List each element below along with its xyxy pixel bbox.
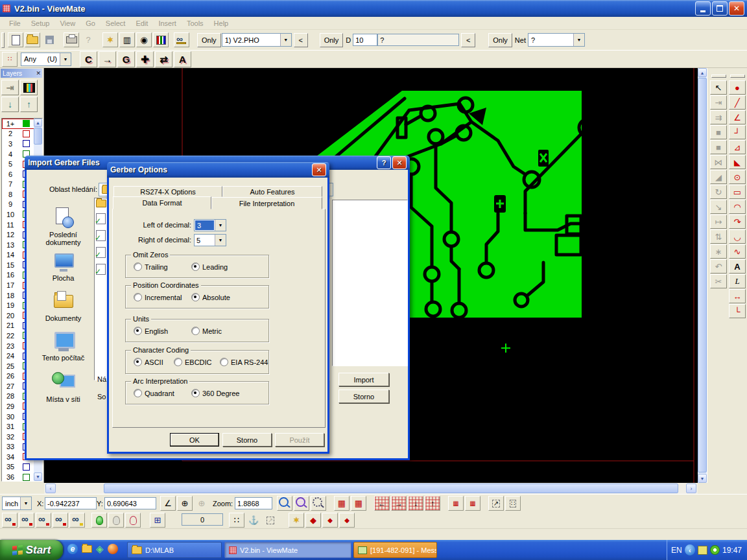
layer-up-icon[interactable]: ↑ (20, 97, 38, 112)
menu-view[interactable]: View (54, 18, 80, 29)
new-file-icon[interactable] (8, 32, 23, 47)
block-fill2-tool[interactable]: ■ (710, 140, 727, 154)
radio-quadrant[interactable] (134, 389, 142, 397)
select-flash-button[interactable]: ✚ (136, 51, 154, 67)
left-of-decimal-combo[interactable]: 3▼ (194, 219, 226, 231)
radio-leading[interactable] (191, 262, 200, 271)
notes-tray-icon[interactable] (698, 546, 707, 555)
chevron-down-icon[interactable]: ▼ (20, 497, 31, 509)
only-dcode-button[interactable]: Only (320, 33, 344, 47)
icq-tray-icon[interactable] (710, 545, 720, 555)
chord-tool[interactable]: ◠ (729, 200, 746, 214)
zoom-window-icon[interactable] (311, 496, 326, 511)
close-icon[interactable]: ✕ (36, 70, 41, 76)
dcode-value-field[interactable]: 10 (353, 34, 377, 46)
minimize-button[interactable] (695, 1, 711, 16)
scroll-left-icon[interactable]: ‹ (45, 484, 56, 493)
gerber-options-titlebar[interactable]: Gerber Options ✕ (107, 162, 329, 178)
apply-button[interactable]: Použít (275, 433, 324, 447)
radio-absolute[interactable] (191, 293, 200, 301)
move-block-tool[interactable]: ↦ (710, 215, 727, 229)
unit-combo[interactable]: inch▼ (2, 496, 32, 510)
grid-snap-icon[interactable]: ▦ (448, 496, 464, 511)
triangle-tool[interactable]: ◣ (729, 155, 746, 169)
place-m-sta-v-s-ti[interactable]: Místa v síti (32, 371, 94, 403)
rotate-tool[interactable]: ↻ (710, 185, 727, 199)
toolbar-grip[interactable] (1, 32, 5, 48)
menu-setup[interactable]: Setup (26, 18, 55, 29)
select-draw-button[interactable]: → (99, 51, 116, 67)
scroll-up-icon[interactable]: ▲ (698, 68, 707, 77)
window-zoom-icon[interactable]: ↗ (488, 496, 504, 511)
view-lines-icon[interactable] (19, 513, 34, 528)
highlight-on-icon[interactable] (91, 513, 107, 528)
spline-tool[interactable]: ∿ (729, 244, 746, 259)
right-of-decimal-combo[interactable]: 5▼ (194, 234, 226, 246)
task-mlab[interactable]: D:\MLAB (127, 542, 222, 558)
restore-button[interactable] (712, 1, 728, 16)
view-traces-icon[interactable] (53, 513, 68, 528)
explorer-icon[interactable] (82, 545, 92, 553)
grid-page-icon[interactable]: ▦ (465, 496, 480, 511)
pad-large-icon[interactable]: ◆ (305, 513, 321, 528)
layers-panel-header[interactable]: Layers ✕ (1, 69, 42, 78)
line-tool[interactable]: ╱ (729, 95, 746, 110)
scroll-up-icon[interactable]: ▲ (34, 119, 42, 127)
prev-dcode-button[interactable]: < (461, 33, 475, 47)
media-icon[interactable]: ◈ (96, 543, 104, 555)
menu-edit[interactable]: Edit (130, 18, 153, 29)
dcode-view-icon[interactable]: ◉ (136, 32, 152, 47)
select-circle-button[interactable]: C (80, 51, 97, 67)
layer-table-icon[interactable] (20, 80, 38, 95)
flash-highlight-icon[interactable]: ✶ (289, 513, 304, 528)
stretch-icon[interactable]: ↗ (263, 513, 278, 528)
firefox-icon[interactable] (108, 544, 118, 554)
gerber-file-icon[interactable] (96, 213, 106, 224)
only-net-button[interactable]: Only (488, 33, 512, 47)
palette-grip[interactable] (711, 75, 726, 78)
pan-down-icon[interactable]: ↓ (408, 496, 423, 511)
tab-file-interpretation[interactable]: File Interpretation (211, 197, 322, 209)
radio-eia-rs244[interactable] (220, 358, 228, 366)
cell-table-icon[interactable]: ⊞ (150, 513, 165, 528)
align-tool[interactable]: ⇅ (710, 229, 727, 244)
layer-down-icon[interactable]: ↓ (1, 97, 19, 112)
mirror-tool[interactable]: ⋈ (710, 155, 727, 169)
palette-grip[interactable] (730, 75, 745, 78)
vertical-scroll-thumb[interactable] (698, 78, 707, 472)
gerber-options-close-button[interactable]: ✕ (312, 163, 326, 176)
menu-tools[interactable]: Tools (182, 18, 209, 29)
pad-select-icon[interactable]: ◆ (339, 513, 355, 528)
dcode-query-field[interactable]: ? (377, 34, 459, 46)
place-dokumenty[interactable]: Dokumenty (32, 290, 94, 322)
relative-origin-icon[interactable]: ⊕ (194, 496, 209, 511)
view-pads-icon[interactable] (36, 513, 51, 528)
dock-layer-icon[interactable]: ⇥ (1, 80, 19, 95)
import-close-button[interactable]: ✕ (392, 156, 407, 169)
radio-english[interactable] (134, 327, 142, 335)
chevron-down-icon[interactable]: ▼ (215, 220, 226, 231)
route-corner-tool[interactable]: └ (729, 304, 746, 318)
close-button[interactable]: ✕ (729, 1, 744, 16)
open-file-icon[interactable] (25, 32, 40, 47)
radio-360-degree[interactable] (191, 389, 200, 397)
dimension-tool[interactable]: ↔ (729, 289, 746, 303)
menu-help[interactable]: Help (209, 18, 234, 29)
select-tool[interactable]: ↖ (710, 80, 727, 95)
any-filter-combo[interactable]: Any(U)▼ (21, 52, 71, 66)
move-point-tool[interactable]: ⇥ (710, 95, 727, 110)
settings-tool[interactable]: ∗ (710, 244, 727, 259)
film-settings-icon[interactable]: ✶ (102, 32, 118, 47)
pad-medium-icon[interactable]: ◆ (322, 513, 338, 528)
hide-tray-icon[interactable]: ‹ (685, 544, 695, 555)
layer-combo[interactable]: 1) V2.PHO▼ (222, 33, 292, 47)
folder-icon[interactable] (96, 200, 106, 207)
selected-files-list[interactable] (332, 200, 408, 366)
grid-count-field[interactable]: 0 (182, 513, 223, 526)
curve-tool[interactable]: ↷ (729, 215, 746, 229)
radio-ascii[interactable] (134, 358, 142, 366)
pan-right-icon[interactable]: → (391, 496, 407, 511)
layer-color-swatch[interactable] (23, 474, 30, 481)
net-combo[interactable]: ?▼ (528, 33, 585, 47)
chevron-down-icon[interactable]: ▼ (573, 34, 584, 46)
